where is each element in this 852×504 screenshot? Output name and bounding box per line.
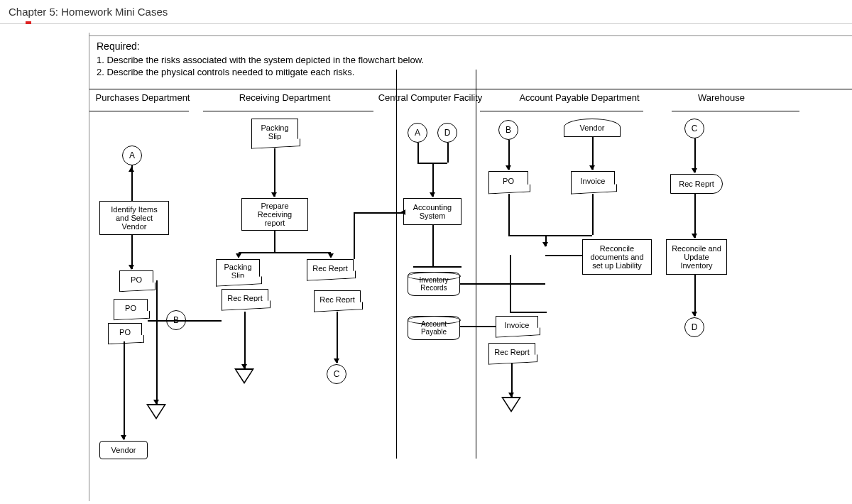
arrowhead <box>692 234 697 239</box>
po-doc: PO <box>488 171 528 190</box>
rec-reprt-doc: Rec Reprt <box>314 290 361 307</box>
flowchart: Purchases Department Receiving Departmen… <box>89 89 852 486</box>
identify-items-process: Identify Items and Select Vendor <box>99 201 169 235</box>
header-rule <box>672 111 799 111</box>
arrow <box>274 148 275 197</box>
connector-a: A <box>408 123 427 143</box>
offpage-triangle <box>146 404 166 420</box>
col-ap: Account Payable Department <box>487 92 672 103</box>
packing-slip-doc: Packing Slip <box>251 119 298 144</box>
connector-c: C <box>684 119 704 138</box>
vendor-terminator: Vendor <box>99 441 148 459</box>
arrowhead <box>334 358 339 363</box>
arrow <box>337 312 338 363</box>
col-purchases: Purchases Department <box>89 92 196 103</box>
arrowhead <box>589 165 595 170</box>
arrow <box>447 143 449 163</box>
arrow <box>124 341 125 439</box>
arrow <box>432 163 434 197</box>
content-panel: Required: Describe the risks associated … <box>89 33 852 501</box>
col-central: Central Computer Facility <box>373 92 487 103</box>
arrowhead <box>121 435 126 440</box>
arrowhead <box>506 165 511 170</box>
inventory-records-db: Inventory Records <box>408 272 460 296</box>
arrowhead <box>430 192 435 197</box>
col-warehouse: Warehouse <box>672 92 771 103</box>
connector-c: C <box>327 364 346 384</box>
reconcile-process: Reconcile documents and set up Liability <box>582 239 652 275</box>
arrow <box>545 255 582 256</box>
arrow <box>592 194 594 235</box>
rec-reprt-doc: Rec Reprt <box>222 289 268 306</box>
flowchart-body: A Identify Items and Select Vendor PO PO… <box>89 113 852 482</box>
prepare-receiving-process: Prepare Receiving report <box>241 198 308 231</box>
offpage-triangle <box>234 368 254 384</box>
header-rule <box>89 111 189 111</box>
ruler-marker <box>26 21 31 24</box>
arrow <box>694 275 696 316</box>
reconcile-update-process: Reconcile and Update Inventory <box>666 239 727 275</box>
arrow <box>694 194 696 238</box>
arrowhead <box>692 312 697 317</box>
connector-d: D <box>684 317 704 337</box>
col-receiving: Receiving Department <box>196 92 373 103</box>
packing-slip-doc-2: Packing Slip <box>216 259 260 282</box>
page-title: Chapter 5: Homework Mini Cases <box>9 6 168 18</box>
arrowhead <box>236 253 241 258</box>
arrow <box>156 280 158 404</box>
arrowhead <box>692 168 697 173</box>
connector-d: D <box>437 123 457 143</box>
arrow <box>432 225 434 266</box>
arrow <box>460 283 545 285</box>
po-doc: PO <box>114 299 148 316</box>
header-rule <box>480 111 643 111</box>
invoice-doc: Invoice <box>496 316 538 333</box>
column-headers: Purchases Department Receiving Departmen… <box>89 89 852 106</box>
arrow <box>508 235 592 236</box>
required-heading: Required: <box>97 40 845 52</box>
arrow <box>274 231 275 252</box>
connector-b: B <box>498 120 518 140</box>
arrow <box>510 255 511 312</box>
rec-reprt-display: Rec Reprt <box>670 174 723 194</box>
arrow <box>244 312 246 368</box>
po-doc: PO <box>119 270 153 287</box>
arrowhead <box>400 209 405 215</box>
arrowhead <box>271 192 277 197</box>
connector-a: A <box>122 146 142 165</box>
invoice-doc: Invoice <box>571 171 615 190</box>
arrowhead <box>129 265 134 270</box>
accounting-system: Accounting System <box>403 198 462 225</box>
arrow <box>156 320 222 322</box>
arrow <box>510 312 547 313</box>
po-doc: PO <box>108 323 142 340</box>
arrow <box>511 363 513 397</box>
required-list: Describe the risks associated with the s… <box>97 55 845 77</box>
arrow <box>354 212 403 214</box>
arrowhead <box>129 167 134 172</box>
arrow <box>694 138 696 172</box>
rec-reprt-doc: Rec Reprt <box>307 259 354 276</box>
required-item-2: Describe the physical controls needed to… <box>97 67 845 77</box>
arrow <box>239 252 331 253</box>
offpage-triangle <box>501 397 521 412</box>
arrow <box>417 143 419 163</box>
header-rule <box>203 111 373 111</box>
account-payable-db: Account Payable <box>408 316 460 340</box>
arrow <box>131 235 133 269</box>
arrowhead <box>542 242 548 247</box>
arrow <box>413 266 462 268</box>
arrow <box>508 194 510 235</box>
arrowhead <box>328 253 334 258</box>
arrow <box>354 212 355 259</box>
rec-reprt-doc: Rec Reprt <box>488 343 535 360</box>
required-section: Required: Describe the risks associated … <box>89 35 852 83</box>
required-item-1: Describe the risks associated with the s… <box>97 55 845 65</box>
page-title-bar: Chapter 5: Homework Mini Cases <box>0 0 852 24</box>
vendor-source: Vendor <box>564 119 621 137</box>
